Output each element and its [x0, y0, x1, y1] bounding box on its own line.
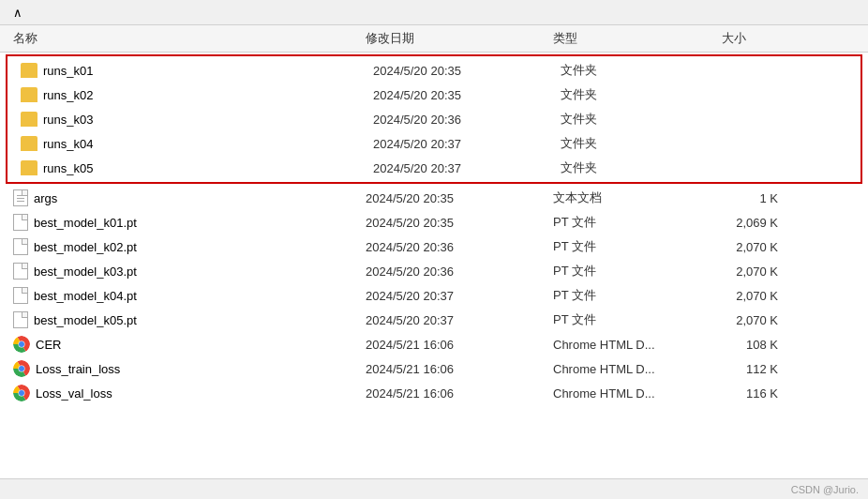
file-name-cell: best_model_k01.pt	[0, 214, 366, 231]
file-date-cell: 2024/5/20 20:35	[366, 191, 553, 205]
file-type-cell: 文件夹	[561, 159, 729, 176]
folder-icon	[21, 63, 37, 78]
file-size-cell: 1 K	[722, 191, 797, 205]
folder-row[interactable]: runs_k03 2024/5/20 20:36 文件夹	[7, 107, 861, 131]
file-type-cell: 文件夹	[561, 86, 729, 103]
file-size-cell: 2,070 K	[722, 289, 797, 303]
file-type-cell: Chrome HTML D...	[553, 362, 722, 376]
file-icon	[13, 214, 28, 231]
svg-point-2	[19, 341, 24, 347]
file-name-label: runs_k01	[43, 64, 93, 78]
file-name-label: CER	[36, 338, 61, 352]
chrome-icon	[13, 336, 30, 353]
file-size-cell: 112 K	[722, 362, 797, 376]
column-headers: 名称 修改日期 类型 大小	[0, 25, 868, 53]
file-size-cell: 2,070 K	[722, 240, 797, 254]
file-row[interactable]: best_model_k05.pt 2024/5/20 20:37 PT 文件 …	[0, 308, 868, 332]
file-row[interactable]: CER 2024/5/21 16:06 Chrome HTML D... 108…	[0, 332, 868, 356]
file-date-cell: 2024/5/20 20:36	[373, 113, 561, 127]
file-type-cell: Chrome HTML D...	[553, 338, 722, 352]
file-date-cell: 2024/5/20 20:36	[366, 265, 553, 279]
chrome-icon	[13, 385, 30, 401]
file-row[interactable]: Loss_train_loss 2024/5/21 16:06 Chrome H…	[0, 356, 868, 381]
file-type-cell: Chrome HTML D...	[553, 386, 722, 401]
file-date-cell: 2024/5/20 20:37	[366, 289, 553, 303]
file-type-cell: PT 文件	[553, 311, 722, 328]
file-name-cell: CER	[0, 336, 366, 353]
file-type-cell: 文件夹	[561, 62, 729, 79]
file-date-cell: 2024/5/20 20:35	[373, 64, 561, 78]
file-row[interactable]: args 2024/5/20 20:35 文本文档 1 K	[0, 186, 868, 210]
file-date-cell: 2024/5/20 20:37	[366, 313, 553, 327]
file-row[interactable]: Loss_val_loss 2024/5/21 16:06 Chrome HTM…	[0, 381, 868, 405]
file-type-cell: PT 文件	[553, 214, 722, 231]
file-explorer: ∧ 名称 修改日期 类型 大小 runs_k01 2024/5/20 20:35…	[0, 0, 868, 499]
file-name-label: best_model_k03.pt	[34, 265, 137, 279]
file-name-label: best_model_k04.pt	[34, 289, 137, 303]
file-icon	[13, 287, 28, 304]
file-row[interactable]: best_model_k04.pt 2024/5/20 20:37 PT 文件 …	[0, 283, 868, 308]
file-name-label: runs_k04	[43, 137, 93, 151]
file-name-cell: Loss_train_loss	[0, 360, 366, 377]
folder-icon	[21, 112, 37, 127]
folder-icon	[21, 160, 37, 175]
file-name-label: runs_k02	[43, 88, 93, 102]
file-icon	[13, 263, 28, 280]
header-row: ∧	[0, 0, 868, 25]
file-list: runs_k01 2024/5/20 20:35 文件夹 runs_k02 20…	[0, 53, 868, 478]
file-name-cell: best_model_k05.pt	[0, 311, 366, 328]
file-name-cell: Loss_val_loss	[0, 385, 366, 401]
file-name-cell: runs_k02	[7, 87, 373, 102]
folder-icon	[21, 87, 37, 102]
folder-row[interactable]: runs_k01 2024/5/20 20:35 文件夹	[7, 58, 861, 83]
column-header-size[interactable]: 大小	[722, 30, 797, 47]
file-name-label: best_model_k01.pt	[34, 216, 137, 230]
file-type-cell: 文件夹	[561, 135, 729, 152]
column-header-date[interactable]: 修改日期	[366, 30, 553, 47]
file-row[interactable]: best_model_k03.pt 2024/5/20 20:36 PT 文件 …	[0, 259, 868, 283]
file-row[interactable]: best_model_k01.pt 2024/5/20 20:35 PT 文件 …	[0, 210, 868, 234]
folder-row[interactable]: runs_k02 2024/5/20 20:35 文件夹	[7, 83, 861, 107]
folder-icon	[21, 136, 37, 151]
column-header-name[interactable]: 名称	[0, 30, 366, 47]
svg-point-8	[19, 390, 24, 396]
file-name-cell: runs_k01	[7, 63, 373, 78]
up-arrow-button[interactable]: ∧	[9, 4, 26, 21]
file-name-label: args	[34, 191, 57, 205]
file-date-cell: 2024/5/20 20:36	[366, 240, 553, 254]
file-name-cell: best_model_k04.pt	[0, 287, 366, 304]
file-name-cell: runs_k05	[7, 160, 373, 175]
column-header-type[interactable]: 类型	[553, 30, 722, 47]
file-date-cell: 2024/5/21 16:06	[366, 386, 553, 401]
text-file-icon	[13, 189, 28, 206]
file-name-label: Loss_val_loss	[36, 386, 112, 401]
file-date-cell: 2024/5/20 20:35	[373, 88, 561, 102]
file-name-cell: runs_k04	[7, 136, 373, 151]
chrome-icon	[13, 360, 30, 377]
file-size-cell: 2,070 K	[722, 265, 797, 279]
file-icon	[13, 238, 28, 255]
file-size-cell: 2,070 K	[722, 313, 797, 327]
file-size-cell: 108 K	[722, 338, 797, 352]
file-name-label: Loss_train_loss	[36, 362, 120, 376]
file-type-cell: PT 文件	[553, 287, 722, 304]
file-name-cell: best_model_k02.pt	[0, 238, 366, 255]
file-name-cell: best_model_k03.pt	[0, 263, 366, 280]
file-type-cell: PT 文件	[553, 238, 722, 255]
regular-files-container: args 2024/5/20 20:35 文本文档 1 K best_model…	[0, 186, 868, 405]
watermark-text: CSDN @Jurio.	[791, 484, 859, 495]
folder-row[interactable]: runs_k05 2024/5/20 20:37 文件夹	[7, 156, 861, 180]
file-row[interactable]: best_model_k02.pt 2024/5/20 20:36 PT 文件 …	[0, 234, 868, 259]
folder-row[interactable]: runs_k04 2024/5/20 20:37 文件夹	[7, 131, 861, 156]
file-date-cell: 2024/5/21 16:06	[366, 362, 553, 376]
file-type-cell: PT 文件	[553, 263, 722, 280]
svg-point-5	[19, 366, 24, 371]
file-date-cell: 2024/5/20 20:37	[373, 161, 561, 175]
file-name-label: best_model_k02.pt	[34, 240, 137, 254]
file-size-cell: 116 K	[722, 386, 797, 401]
file-type-cell: 文件夹	[561, 111, 729, 128]
file-date-cell: 2024/5/20 20:37	[373, 137, 561, 151]
file-name-label: runs_k05	[43, 161, 93, 175]
file-type-cell: 文本文档	[553, 189, 722, 206]
highlighted-folder-group: runs_k01 2024/5/20 20:35 文件夹 runs_k02 20…	[6, 54, 862, 184]
